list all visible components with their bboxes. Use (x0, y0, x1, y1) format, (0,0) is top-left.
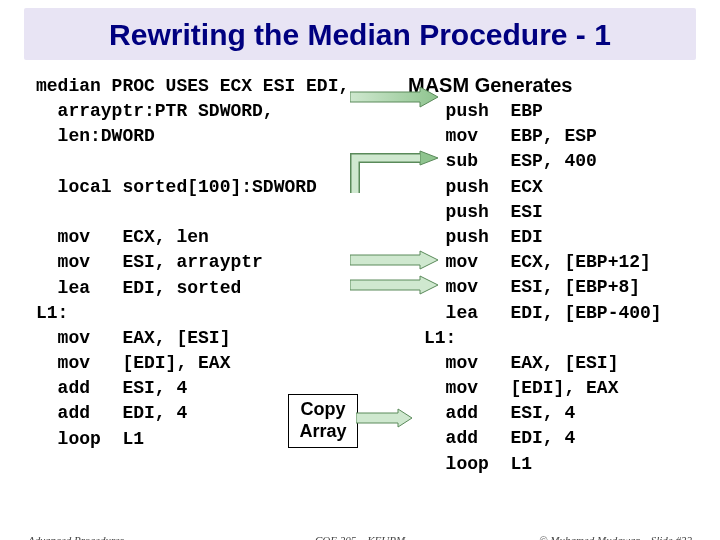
code-line: median PROC USES ECX ESI EDI, (36, 76, 349, 96)
code-line: lea EDI, sorted (36, 278, 241, 298)
copy-line1: Copy (301, 399, 346, 419)
arrow-copybox-to-loop (356, 408, 414, 428)
code-line: add ESI, 4 (424, 403, 575, 423)
generated-code-block: push EBP mov EBP, ESP sub ESP, 400 push … (424, 99, 662, 477)
code-line: loop L1 (424, 454, 532, 474)
footer-right: © Muhamed Mudawar – Slide #32 (539, 534, 692, 540)
code-line: L1: (424, 328, 456, 348)
code-line: push ECX (446, 177, 543, 197)
code-line: lea EDI, [EBP-400] (446, 303, 662, 323)
code-line: add ESI, 4 (36, 378, 187, 398)
content-area: median PROC USES ECX ESI EDI, arrayptr:P… (0, 74, 720, 494)
code-line: mov EAX, [ESI] (36, 328, 230, 348)
masm-generates-heading: MASM Generates (408, 74, 573, 97)
code-line: mov ECX, len (36, 227, 209, 247)
code-line: add EDI, 4 (424, 428, 575, 448)
svg-marker-4 (356, 409, 412, 427)
code-line: mov EAX, [ESI] (424, 353, 618, 373)
slide-title: Rewriting the Median Procedure - 1 (24, 8, 696, 60)
code-line: L1: (36, 303, 68, 323)
code-line: mov ECX, [EBP+12] (446, 252, 651, 272)
code-line: add EDI, 4 (36, 403, 187, 423)
code-line: push EBP (446, 101, 543, 121)
code-line: mov EBP, ESP (446, 126, 597, 146)
code-line: arrayptr:PTR SDWORD, (36, 101, 274, 121)
code-line: push EDI (446, 227, 543, 247)
copy-line2: Array (299, 421, 346, 441)
code-line: mov [EDI], EAX (424, 378, 618, 398)
code-line: len:DWORD (36, 126, 155, 146)
code-line: sub ESP, 400 (446, 151, 597, 171)
code-line: loop L1 (36, 429, 144, 449)
code-line: mov [EDI], EAX (36, 353, 230, 373)
code-line: local sorted[100]:SDWORD (36, 177, 317, 197)
code-line: push ESI (446, 202, 543, 222)
code-line: mov ESI, arrayptr (36, 252, 263, 272)
code-line: mov ESI, [EBP+8] (446, 277, 640, 297)
copy-array-label: Copy Array (288, 394, 358, 448)
